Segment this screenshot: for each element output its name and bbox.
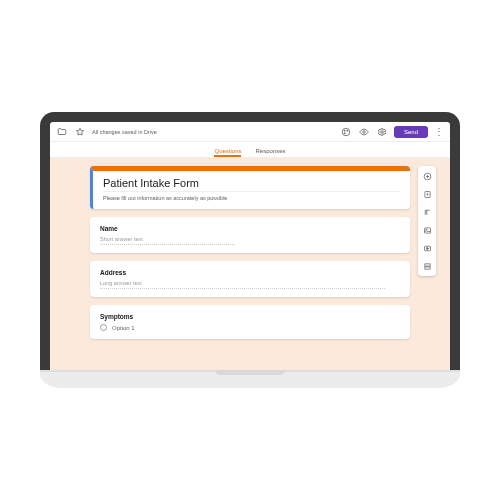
preview-icon[interactable] — [358, 126, 370, 138]
radio-icon — [100, 324, 107, 331]
question-card-symptoms[interactable]: Symptoms Option 1 — [90, 305, 410, 339]
laptop-frame: All changes saved in Drive Send ⋮ Questi… — [40, 112, 460, 388]
form-canvas: Patient Intake Form Please fill out info… — [50, 158, 450, 370]
svg-point-2 — [347, 130, 348, 131]
add-image-icon[interactable] — [421, 224, 433, 236]
more-icon[interactable]: ⋮ — [434, 127, 444, 137]
top-toolbar: All changes saved in Drive Send ⋮ — [50, 122, 450, 142]
add-question-icon[interactable] — [421, 170, 433, 182]
folder-icon[interactable] — [56, 126, 68, 138]
tab-responses[interactable]: Responses — [255, 148, 285, 157]
add-section-icon[interactable] — [421, 260, 433, 272]
question-card-name[interactable]: Name Short answer text — [90, 217, 410, 253]
svg-point-0 — [342, 128, 350, 136]
form-description-input[interactable]: Please fill out information as accuratel… — [103, 195, 400, 201]
svg-rect-11 — [424, 263, 429, 265]
svg-rect-8 — [424, 227, 430, 232]
form-title-input[interactable]: Patient Intake Form — [103, 177, 400, 192]
tabs-row: Questions Responses — [50, 142, 450, 158]
question-card-address[interactable]: Address Long answer text — [90, 261, 410, 297]
save-status: All changes saved in Drive — [92, 129, 157, 135]
add-title-icon[interactable] — [421, 206, 433, 218]
laptop-base — [40, 370, 460, 388]
screen-bezel: All changes saved in Drive Send ⋮ Questi… — [40, 112, 460, 370]
palette-icon[interactable] — [340, 126, 352, 138]
form-title-card[interactable]: Patient Intake Form Please fill out info… — [90, 166, 410, 209]
long-answer-placeholder: Long answer text — [100, 280, 385, 289]
question-label[interactable]: Symptoms — [100, 313, 400, 320]
radio-option-label[interactable]: Option 1 — [112, 325, 135, 331]
add-video-icon[interactable] — [421, 242, 433, 254]
gear-icon[interactable] — [376, 126, 388, 138]
tab-questions[interactable]: Questions — [214, 148, 241, 157]
svg-rect-12 — [424, 266, 429, 268]
svg-point-4 — [363, 130, 366, 133]
question-label[interactable]: Address — [100, 269, 400, 276]
svg-point-1 — [344, 130, 345, 131]
question-label[interactable]: Name — [100, 225, 400, 232]
svg-point-3 — [344, 132, 345, 133]
star-icon[interactable] — [74, 126, 86, 138]
app-window: All changes saved in Drive Send ⋮ Questi… — [50, 122, 450, 370]
svg-point-5 — [381, 130, 384, 133]
send-button[interactable]: Send — [394, 126, 428, 138]
radio-option[interactable]: Option 1 — [100, 324, 400, 331]
floating-side-toolbar — [418, 166, 436, 276]
import-questions-icon[interactable] — [421, 188, 433, 200]
short-answer-placeholder: Short answer text — [100, 236, 235, 245]
